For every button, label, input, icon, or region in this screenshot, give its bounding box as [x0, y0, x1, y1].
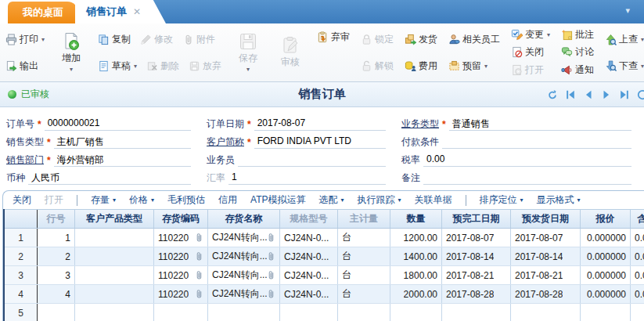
col-header-cust[interactable]: 客户产品类型: [75, 210, 154, 228]
close-doc-button[interactable]: 关闭: [509, 45, 552, 60]
remark-value[interactable]: [423, 171, 631, 185]
last-record-icon[interactable]: [619, 89, 630, 100]
reserve-button[interactable]: 预留▾: [447, 59, 502, 74]
order-date-value[interactable]: 2017-08-07: [254, 117, 386, 131]
cell-unit[interactable]: 台: [338, 229, 390, 247]
currency-value[interactable]: 人民币: [28, 171, 191, 185]
delete-button[interactable]: 删除: [145, 59, 181, 74]
detail-tab-10[interactable]: 关联单据: [415, 193, 452, 207]
cell-name[interactable]: CJ24N转向...: [208, 247, 280, 265]
cell-spec[interactable]: CJ24N-0...: [280, 247, 338, 265]
lookup-up-button[interactable]: 上查▾: [603, 32, 644, 47]
lock-button[interactable]: 锁定: [359, 32, 395, 47]
copy-button[interactable]: 复制: [96, 32, 132, 47]
cell-code[interactable]: 110220: [154, 247, 208, 265]
col-header-quote[interactable]: 报价: [581, 210, 631, 228]
detail-tab-8[interactable]: 选配▾: [318, 193, 344, 207]
unaudit-button[interactable]: 弃审: [315, 30, 351, 45]
detail-tab-6[interactable]: 信用: [218, 193, 237, 207]
cell-quote[interactable]: [581, 304, 631, 321]
cell-tax[interactable]: 0.000000: [631, 229, 644, 247]
cell-ship[interactable]: [511, 304, 581, 321]
sale-type-value[interactable]: 主机厂销售: [54, 135, 191, 149]
cell-num[interactable]: 1: [5, 229, 38, 247]
cell-unit[interactable]: [338, 304, 390, 321]
cell-ship[interactable]: 2017-08-14: [511, 247, 581, 265]
export-button[interactable]: 输出: [4, 59, 46, 74]
cell-ship[interactable]: 2017-08-28: [511, 285, 581, 303]
cell-spec[interactable]: CJ24N-0...: [280, 266, 338, 284]
detail-tab-7[interactable]: ATP模拟运算: [250, 193, 305, 207]
cell-cust[interactable]: [75, 285, 154, 303]
cell-code[interactable]: 110220: [154, 229, 208, 247]
clipped-nav-icon[interactable]: [637, 89, 644, 100]
cell-finish[interactable]: [442, 304, 511, 321]
cell-line[interactable]: 3: [38, 266, 75, 284]
col-header-unit[interactable]: 主计量: [338, 210, 390, 228]
cell-code[interactable]: 110220: [154, 266, 208, 284]
first-record-icon[interactable]: [565, 89, 576, 100]
cell-quote[interactable]: 0.000000: [581, 285, 631, 303]
audit-button[interactable]: 审核: [273, 35, 308, 70]
col-header-tax[interactable]: 含: [631, 210, 644, 228]
tab-my-desktop[interactable]: 我的桌面: [8, 2, 78, 23]
unlock-button[interactable]: 解锁: [359, 59, 395, 74]
previous-record-icon[interactable]: [583, 89, 594, 100]
cell-num[interactable]: 4: [5, 285, 38, 303]
ex-rate-value[interactable]: 1: [228, 171, 386, 185]
tab-list-dropdown-icon[interactable]: ▾: [625, 5, 630, 16]
save-button[interactable]: 保存 ▾: [231, 31, 265, 74]
tab-sales-order[interactable]: 销售订单 ✕: [75, 0, 166, 23]
customer-value[interactable]: FORD INDIA PVT LTD: [254, 135, 386, 149]
next-record-icon[interactable]: [601, 89, 612, 100]
fee-button[interactable]: 费用: [403, 59, 439, 74]
col-header-name[interactable]: 存货名称: [208, 210, 280, 228]
cell-qty[interactable]: [390, 304, 442, 321]
cell-code[interactable]: 110220: [154, 285, 208, 303]
lookup-down-button[interactable]: 下查▾: [603, 59, 644, 74]
sale-dept-value[interactable]: 海外营销部: [54, 153, 191, 167]
cell-line[interactable]: 4: [38, 285, 75, 303]
ship-button[interactable]: 发货: [403, 32, 439, 47]
cell-name[interactable]: CJ24N转向...: [208, 266, 280, 284]
cell-tax[interactable]: [631, 304, 644, 321]
cell-quote[interactable]: 0.000000: [581, 229, 631, 247]
cell-unit[interactable]: 台: [338, 266, 390, 284]
col-header-ship[interactable]: 预发货日期: [511, 210, 581, 228]
detail-tab-13[interactable]: 显示格式▾: [537, 193, 581, 207]
cell-spec[interactable]: CJ24N-0...: [280, 229, 338, 247]
col-header-num[interactable]: [5, 210, 38, 228]
detail-tab-0[interactable]: 关闭: [13, 193, 31, 207]
detail-tab-12[interactable]: 排序定位▾: [480, 193, 523, 207]
cell-quote[interactable]: 0.000000: [581, 247, 631, 265]
sale-dept-label[interactable]: 销售部门: [6, 153, 44, 167]
cell-finish[interactable]: 2017-08-07: [442, 229, 511, 247]
detail-tab-3[interactable]: 存量▾: [91, 193, 116, 207]
cell-ship[interactable]: 2017-08-21: [511, 266, 581, 284]
cell-name[interactable]: CJ24N转向...: [208, 229, 280, 247]
cell-name[interactable]: CJ24N转向...: [208, 285, 280, 303]
cell-qty[interactable]: 1200.00: [390, 229, 442, 247]
cell-code[interactable]: [154, 304, 208, 321]
cell-cust[interactable]: [75, 229, 154, 247]
print-button[interactable]: 打印▾: [4, 32, 46, 47]
cell-finish[interactable]: 2017-08-14: [442, 247, 511, 265]
cell-ship[interactable]: 2017-08-07: [511, 229, 581, 247]
cell-qty[interactable]: 2000.00: [390, 285, 442, 303]
change-button[interactable]: 变更▾: [509, 27, 552, 42]
cell-tax[interactable]: 0.000000: [631, 266, 644, 284]
col-header-qty[interactable]: 数量: [390, 210, 442, 228]
cell-unit[interactable]: 台: [338, 247, 390, 265]
discuss-button[interactable]: 讨论: [559, 45, 595, 60]
cell-cust[interactable]: [75, 304, 154, 321]
cell-unit[interactable]: 台: [338, 285, 390, 303]
col-header-finish[interactable]: 预完工日期: [442, 210, 511, 228]
notify-button[interactable]: 通知: [559, 63, 595, 78]
biz-type-value[interactable]: 普通销售: [449, 117, 631, 131]
cell-quote[interactable]: 0.000000: [581, 266, 631, 284]
cell-finish[interactable]: 2017-08-28: [442, 285, 511, 303]
cell-tax[interactable]: 0.000000: [631, 285, 644, 303]
cell-qty[interactable]: 1800.00: [390, 266, 442, 284]
cell-name[interactable]: [208, 304, 280, 321]
abandon-button[interactable]: 放弃: [187, 59, 223, 74]
